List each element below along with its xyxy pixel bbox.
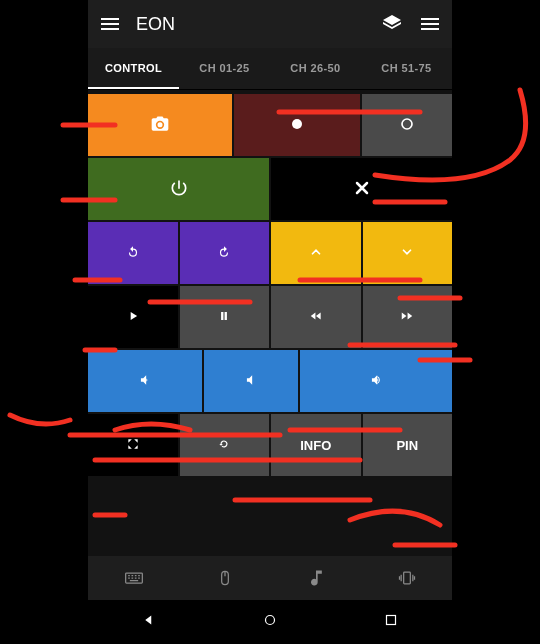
tab-label: CONTROL [105, 62, 162, 74]
fullscreen-button[interactable] [88, 414, 178, 476]
power-icon [169, 178, 189, 201]
nav-home-icon[interactable] [261, 611, 279, 633]
control-grid: INFO PIN [88, 90, 452, 556]
camera-icon [150, 114, 170, 137]
nav-recent-icon[interactable] [382, 611, 400, 633]
nav-back-icon[interactable] [140, 611, 158, 633]
svg-rect-7 [387, 616, 396, 625]
pause-button[interactable] [180, 286, 270, 348]
pin-button[interactable]: PIN [363, 414, 453, 476]
tab-label: CH 01-25 [199, 62, 249, 74]
chevron-down-icon [400, 245, 414, 262]
app-bar: EON [88, 0, 452, 48]
more-menu-icon[interactable] [418, 12, 442, 36]
svg-point-0 [292, 119, 302, 129]
close-button[interactable] [271, 158, 452, 220]
volume-mute-button[interactable] [204, 350, 299, 412]
rewind-button[interactable] [271, 286, 361, 348]
vibrate-icon[interactable] [396, 567, 418, 589]
forward-button[interactable] [363, 286, 453, 348]
rotate-ccw-icon [126, 245, 140, 262]
tab-ch-26-50[interactable]: CH 26-50 [270, 48, 361, 89]
chevron-up-icon [309, 245, 323, 262]
down-button[interactable] [363, 222, 453, 284]
record-filled-icon [287, 114, 307, 137]
tab-control[interactable]: CONTROL [88, 48, 179, 89]
pin-label: PIN [396, 438, 418, 453]
volume-mute-icon [244, 373, 258, 390]
volume-up-icon [369, 373, 383, 390]
rotate-ccw-button[interactable] [88, 222, 178, 284]
layers-icon[interactable] [380, 12, 404, 36]
tab-label: CH 51-75 [381, 62, 431, 74]
keyboard-icon[interactable] [123, 567, 145, 589]
info-label: INFO [300, 438, 331, 453]
rewind-icon [309, 309, 323, 326]
close-icon [352, 178, 372, 201]
svg-rect-5 [403, 572, 410, 584]
volume-up-button[interactable] [300, 350, 452, 412]
tab-bar: CONTROL CH 01-25 CH 26-50 CH 51-75 [88, 48, 452, 90]
circle-outline-icon [397, 114, 417, 137]
play-button[interactable] [88, 286, 178, 348]
volume-down-icon [138, 373, 152, 390]
music-icon[interactable] [305, 567, 327, 589]
play-icon [126, 309, 140, 326]
record-button[interactable] [234, 94, 360, 156]
rotate-cw-button[interactable] [180, 222, 270, 284]
svg-point-1 [402, 119, 412, 129]
camera-button[interactable] [88, 94, 232, 156]
record-outline-button[interactable] [362, 94, 452, 156]
bottom-bar [88, 556, 452, 600]
app-title: EON [136, 14, 366, 35]
tab-label: CH 26-50 [290, 62, 340, 74]
fullscreen-icon [126, 437, 140, 454]
info-button[interactable]: INFO [271, 414, 361, 476]
app-screen: EON CONTROL CH 01-25 CH 26-50 CH 51-75 [88, 0, 452, 644]
refresh-icon [217, 437, 231, 454]
refresh-button[interactable] [180, 414, 270, 476]
up-button[interactable] [271, 222, 361, 284]
rotate-cw-icon [217, 245, 231, 262]
system-nav-bar [88, 600, 452, 644]
pause-icon [217, 309, 231, 326]
forward-icon [400, 309, 414, 326]
mouse-icon[interactable] [214, 567, 236, 589]
svg-point-6 [265, 616, 274, 625]
tab-ch-51-75[interactable]: CH 51-75 [361, 48, 452, 89]
menu-icon[interactable] [98, 12, 122, 36]
tab-ch-01-25[interactable]: CH 01-25 [179, 48, 270, 89]
power-button[interactable] [88, 158, 269, 220]
volume-down-button[interactable] [88, 350, 202, 412]
